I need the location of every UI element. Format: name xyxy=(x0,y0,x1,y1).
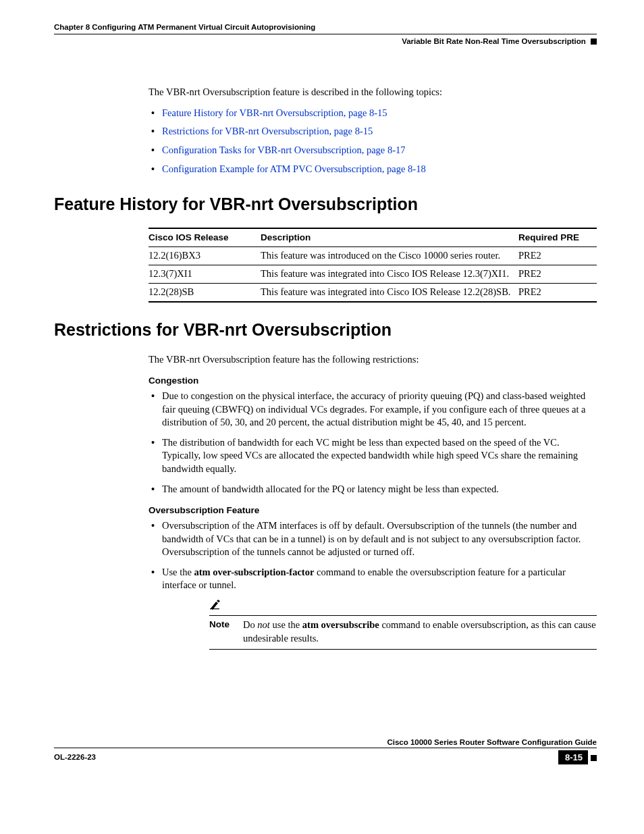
cell-pre: PRE2 xyxy=(518,265,597,283)
topic-link[interactable]: Feature History for VBR-nrt Oversubscrip… xyxy=(162,107,387,118)
oversubscription-list: Oversubscription of the ATM interfaces i… xyxy=(149,519,597,650)
th-required-pre: Required PRE xyxy=(518,228,597,247)
topic-link[interactable]: Restrictions for VBR-nrt Oversubscriptio… xyxy=(162,126,373,136)
cell-pre: PRE2 xyxy=(518,246,597,265)
feature-history-table: Cisco IOS Release Description Required P… xyxy=(149,228,597,303)
table-row: 12.2(16)BX3 This feature was introduced … xyxy=(149,246,597,265)
section-header: Variable Bit Rate Non-Real Time Oversubs… xyxy=(402,37,586,45)
restrictions-heading: Restrictions for VBR-nrt Oversubscriptio… xyxy=(54,320,597,340)
cell-description: This feature was integrated into Cisco I… xyxy=(261,283,518,302)
congestion-subheading: Congestion xyxy=(149,375,597,386)
cell-release: 12.3(7)XI1 xyxy=(149,265,261,283)
topic-link-list: Feature History for VBR-nrt Oversubscrip… xyxy=(149,106,597,177)
feature-history-heading: Feature History for VBR-nrt Oversubscrip… xyxy=(54,194,597,214)
cell-pre: PRE2 xyxy=(518,283,597,302)
cell-description: This feature was introduced on the Cisco… xyxy=(261,246,518,265)
table-row: 12.3(7)XI1 This feature was integrated i… xyxy=(149,265,597,283)
th-release: Cisco IOS Release xyxy=(149,228,261,247)
list-item: The distribution of bandwidth for each V… xyxy=(149,436,597,476)
list-item: Use the atm over-subscription-factor com… xyxy=(149,566,597,650)
list-item: Due to congestion on the physical interf… xyxy=(149,390,597,429)
command-name: atm oversubscribe xyxy=(302,619,379,630)
list-item: Oversubscription of the ATM interfaces i… xyxy=(149,519,597,559)
topic-link[interactable]: Configuration Example for ATM PVC Oversu… xyxy=(162,163,426,174)
topic-link[interactable]: Configuration Tasks for VBR-nrt Oversubs… xyxy=(162,145,406,155)
list-item: The amount of bandwidth allocated for th… xyxy=(149,483,597,496)
cell-release: 12.2(16)BX3 xyxy=(149,246,261,265)
chapter-header: Chapter 8 Configuring ATM Permanent Virt… xyxy=(54,23,315,31)
page-footer: Cisco 10000 Series Router Software Confi… xyxy=(54,738,597,763)
footer-doc-id: OL-2226-23 xyxy=(54,753,96,761)
oversubscription-subheading: Oversubscription Feature xyxy=(149,505,597,515)
pencil-icon xyxy=(209,598,597,614)
cell-description: This feature was integrated into Cisco I… xyxy=(261,265,518,283)
restrictions-intro: The VBR-nrt Oversubscription feature has… xyxy=(149,353,597,367)
note-text: Do not use the atm oversubscribe command… xyxy=(243,619,597,645)
intro-paragraph: The VBR-nrt Oversubscription feature is … xyxy=(149,86,597,99)
command-name: atm over-subscription-factor xyxy=(194,567,315,577)
table-row: 12.2(28)SB This feature was integrated i… xyxy=(149,283,597,302)
th-description: Description xyxy=(261,228,518,247)
header-marker-icon xyxy=(591,38,597,45)
footer-guide-title: Cisco 10000 Series Router Software Confi… xyxy=(387,738,597,746)
page-number: 8-15 xyxy=(558,750,588,764)
note-label: Note xyxy=(209,619,232,631)
svg-rect-0 xyxy=(210,608,219,609)
footer-marker-icon xyxy=(591,755,597,761)
congestion-list: Due to congestion on the physical interf… xyxy=(149,390,597,496)
note-block: Note Do not use the atm oversubscribe co… xyxy=(209,598,597,650)
cell-release: 12.2(28)SB xyxy=(149,283,261,302)
